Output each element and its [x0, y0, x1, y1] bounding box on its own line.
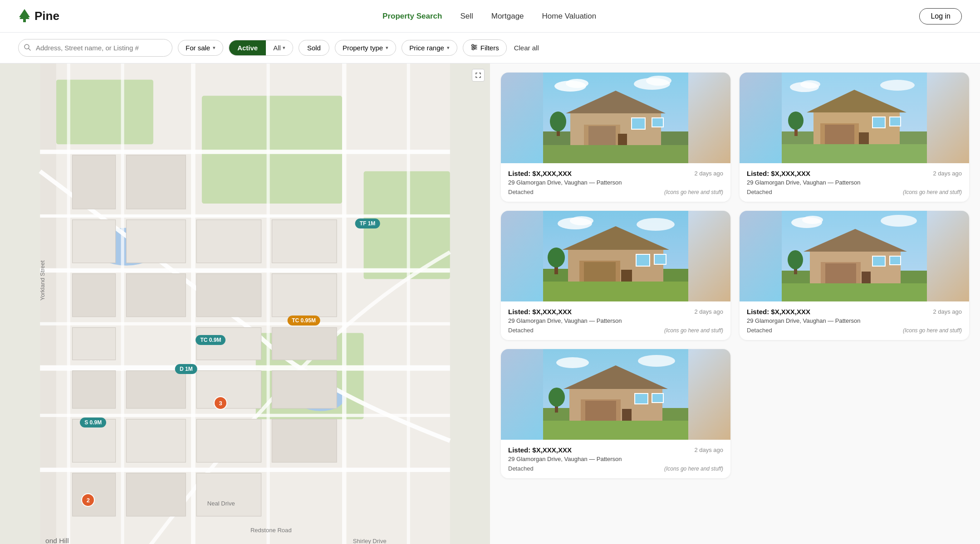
- listing-card[interactable]: Listed: $X,XXX,XXX 2 days ago 29 Glamorg…: [501, 73, 730, 202]
- svg-rect-76: [543, 145, 688, 163]
- filter-bar: For sale ▾ Active All ▾ Sold Property ty…: [0, 33, 980, 63]
- svg-rect-2: [23, 19, 26, 22]
- svg-point-90: [788, 112, 804, 130]
- listing-card[interactable]: Listed: $X,XXX,XXX 2 days ago 29 Glamorg…: [740, 73, 969, 202]
- svg-rect-135: [543, 421, 688, 440]
- listing-price: Listed: $X,XXX,XXX: [747, 308, 810, 316]
- listing-card[interactable]: Listed: $X,XXX,XXX 2 days ago 29 Glamorg…: [740, 211, 969, 340]
- svg-rect-43: [73, 371, 116, 408]
- listing-type: Detached: [747, 327, 772, 334]
- listing-image: [740, 211, 969, 301]
- header: Pine Property Search Sell Mortgage Home …: [0, 0, 980, 33]
- listing-price: Listed: $X,XXX,XXX: [508, 170, 572, 177]
- svg-rect-115: [825, 263, 856, 287]
- svg-rect-35: [126, 220, 186, 263]
- chevron-down-icon: ▾: [283, 45, 285, 51]
- listing-type: Detached: [508, 189, 534, 195]
- svg-rect-31: [407, 63, 410, 544]
- svg-rect-50: [126, 419, 186, 462]
- map-area[interactable]: Yorkland Street Neal Drive Redstone Road…: [0, 63, 490, 544]
- tree-icon: [18, 8, 31, 24]
- listing-icons: (Icons go here and stuff): [664, 189, 723, 195]
- listing-meta: Detached (Icons go here and stuff): [508, 465, 723, 472]
- listing-info: Listed: $X,XXX,XXX 2 days ago 29 Glamorg…: [501, 163, 730, 202]
- active-button[interactable]: Active: [229, 40, 266, 55]
- listing-type: Detached: [508, 327, 534, 334]
- svg-rect-23: [40, 365, 450, 371]
- svg-rect-54: [126, 473, 186, 516]
- listing-meta: Detached (Icons go here and stuff): [747, 189, 962, 195]
- main-content: Yorkland Street Neal Drive Redstone Road…: [0, 63, 980, 544]
- nav-property-search[interactable]: Property Search: [382, 12, 442, 21]
- svg-rect-40: [272, 220, 337, 263]
- listing-card[interactable]: Listed: $X,XXX,XXX 2 days ago 29 Glamorg…: [501, 211, 730, 340]
- listing-days: 2 days ago: [933, 308, 962, 315]
- svg-rect-27: [121, 63, 124, 544]
- svg-point-66: [646, 76, 671, 86]
- listing-info: Listed: $X,XXX,XXX 2 days ago 29 Glamorg…: [501, 301, 730, 340]
- svg-rect-48: [272, 371, 337, 408]
- svg-point-105: [548, 248, 565, 267]
- svg-text:Yorkland Street: Yorkland Street: [39, 260, 46, 301]
- listing-price: Listed: $X,XXX,XXX: [747, 170, 810, 177]
- sold-button[interactable]: Sold: [299, 40, 329, 56]
- svg-rect-12: [56, 80, 153, 145]
- listing-icons: (Icons go here and stuff): [664, 327, 723, 334]
- listing-icons: (Icons go here and stuff): [664, 466, 723, 472]
- listing-image: [501, 211, 730, 301]
- all-button[interactable]: All ▾: [266, 40, 293, 55]
- svg-rect-55: [196, 473, 261, 516]
- svg-rect-72: [632, 118, 645, 129]
- svg-rect-132: [652, 393, 663, 403]
- search-input[interactable]: [18, 39, 172, 57]
- svg-rect-32: [73, 155, 116, 209]
- nav-sell[interactable]: Sell: [460, 12, 473, 21]
- property-type-button[interactable]: Property type ▾: [335, 40, 396, 56]
- svg-rect-53: [73, 473, 116, 516]
- expand-map-button[interactable]: [472, 69, 485, 82]
- svg-rect-118: [890, 256, 901, 265]
- svg-rect-131: [635, 393, 648, 404]
- listing-days: 2 days ago: [694, 170, 723, 177]
- listing-address: 29 Glamorgan Drive, Vaughan — Patterson: [747, 179, 962, 186]
- listing-address: 29 Glamorgan Drive, Vaughan — Patterson: [747, 317, 962, 324]
- svg-rect-73: [652, 118, 663, 127]
- listing-meta: Detached (Icons go here and stuff): [508, 189, 723, 195]
- nav-mortgage[interactable]: Mortgage: [491, 12, 524, 21]
- svg-rect-121: [782, 283, 927, 301]
- listing-price-row: Listed: $X,XXX,XXX 2 days ago: [747, 170, 962, 177]
- listing-meta: Detached (Icons go here and stuff): [747, 327, 962, 334]
- svg-rect-44: [126, 371, 186, 408]
- svg-rect-102: [636, 254, 650, 266]
- listing-info: Listed: $X,XXX,XXX 2 days ago 29 Glamorg…: [501, 440, 730, 478]
- svg-text:Shirley Drive: Shirley Drive: [353, 538, 387, 544]
- svg-rect-39: [196, 274, 261, 317]
- svg-rect-49: [73, 419, 116, 462]
- listing-icons: (Icons go here and stuff): [903, 327, 962, 334]
- search-wrap: [18, 39, 172, 57]
- listing-card[interactable]: Listed: $X,XXX,XXX 2 days ago 29 Glamorg…: [501, 349, 730, 478]
- logo[interactable]: Pine: [18, 8, 59, 24]
- for-sale-button[interactable]: For sale ▾: [178, 40, 223, 56]
- clear-all-button[interactable]: Clear all: [512, 40, 541, 55]
- login-button[interactable]: Log in: [919, 8, 962, 24]
- listing-address: 29 Glamorgan Drive, Vaughan — Patterson: [508, 456, 723, 462]
- chevron-down-icon: ▾: [386, 45, 388, 51]
- svg-rect-117: [872, 256, 885, 266]
- price-range-button[interactable]: Price range ▾: [402, 40, 457, 56]
- listing-image: [740, 73, 969, 163]
- listing-price-row: Listed: $X,XXX,XXX 2 days ago: [508, 446, 723, 454]
- svg-point-110: [802, 216, 823, 224]
- search-icon: [24, 44, 31, 53]
- filters-button[interactable]: Filters: [463, 39, 507, 56]
- svg-rect-88: [890, 117, 901, 126]
- listing-info: Listed: $X,XXX,XXX 2 days ago 29 Glamorg…: [740, 301, 969, 340]
- svg-point-111: [881, 215, 917, 227]
- nav-home-valuation[interactable]: Home Valuation: [542, 12, 597, 21]
- listing-image: [501, 73, 730, 163]
- svg-rect-21: [40, 268, 450, 273]
- listing-address: 29 Glamorgan Drive, Vaughan — Patterson: [508, 317, 723, 324]
- svg-point-80: [800, 80, 820, 88]
- svg-point-10: [472, 48, 474, 50]
- listing-image: [501, 349, 730, 440]
